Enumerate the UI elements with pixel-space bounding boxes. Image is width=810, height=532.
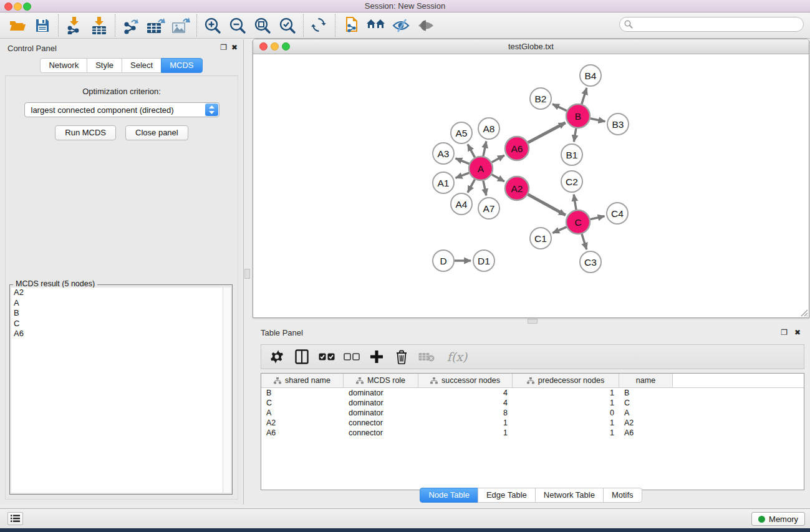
tab-node-table[interactable]: Node Table	[420, 488, 478, 503]
result-item[interactable]: A2	[11, 288, 223, 298]
export-image-icon[interactable]	[168, 15, 193, 36]
node-C[interactable]: C	[566, 210, 590, 234]
table-float-icon[interactable]: ❐	[781, 328, 788, 337]
edge-C-C1[interactable]	[552, 227, 566, 233]
edge-A-A1[interactable]	[456, 173, 470, 178]
network-graph[interactable]: B4B2BB3A8A5A6A3B1AA1C2A2A4A7C4CC1C3DD1	[253, 55, 809, 317]
memory-button[interactable]: Memory	[751, 512, 805, 526]
edge-A-A5[interactable]	[468, 144, 475, 157]
node-A2[interactable]: A2	[505, 177, 529, 200]
tab-network-table[interactable]: Network Table	[535, 488, 604, 503]
node-B[interactable]: B	[566, 104, 590, 128]
import-network-icon[interactable]	[62, 15, 87, 36]
result-item[interactable]: A6	[11, 329, 223, 339]
close-panel-icon[interactable]: ✖	[231, 43, 238, 52]
edge-B-B2[interactable]	[552, 104, 567, 111]
deselect-all-icon[interactable]	[344, 349, 360, 365]
edge-A-A2[interactable]	[492, 175, 504, 181]
tab-motifs[interactable]: Motifs	[603, 488, 642, 503]
task-history-button[interactable]	[7, 512, 23, 525]
node-D[interactable]: D	[433, 250, 454, 271]
edge-C-C3[interactable]	[582, 234, 587, 249]
export-table-icon[interactable]	[143, 15, 168, 36]
refresh-layout-icon[interactable]	[307, 15, 332, 36]
node-D1[interactable]: D1	[473, 250, 494, 271]
column-header-MCDS-role[interactable]: MCDS role	[344, 374, 418, 387]
result-scrollbar[interactable]	[223, 288, 231, 493]
zoom-selected-icon[interactable]	[275, 15, 300, 36]
edge-B-B3[interactable]	[591, 118, 605, 122]
edge-A-A4[interactable]	[468, 180, 475, 193]
tab-edge-table[interactable]: Edge Table	[478, 488, 536, 503]
column-header-shared-name[interactable]: shared name	[261, 374, 344, 387]
edge-A-A7[interactable]	[483, 181, 486, 196]
edge-A2-C[interactable]	[528, 195, 566, 215]
network-window-titlebar[interactable]: testGlobe.txt	[253, 39, 809, 54]
zoom-out-icon[interactable]	[225, 15, 250, 36]
hide-icon[interactable]	[388, 15, 413, 36]
tab-mcds[interactable]: MCDS	[161, 58, 202, 73]
node-B4[interactable]: B4	[580, 65, 601, 86]
edge-C-C2[interactable]	[574, 195, 576, 210]
node-A[interactable]: A	[469, 157, 493, 180]
table-row[interactable]: A2connector11A2	[261, 418, 804, 428]
run-mcds-button[interactable]: Run MCDS	[55, 125, 116, 140]
table-row[interactable]: A6connector11A6	[261, 428, 804, 438]
edge-B-B1[interactable]	[574, 128, 576, 142]
search-input[interactable]	[619, 17, 804, 32]
result-item[interactable]: C	[11, 319, 223, 329]
node-C4[interactable]: C4	[607, 203, 628, 224]
tab-style[interactable]: Style	[87, 58, 122, 73]
result-item[interactable]: A	[11, 298, 223, 309]
node-C1[interactable]: C1	[530, 228, 551, 249]
column-header-successor-nodes[interactable]: successor nodes	[418, 374, 513, 387]
node-A6[interactable]: A6	[505, 137, 529, 160]
zoom-in-icon[interactable]	[200, 15, 225, 36]
table-row[interactable]: Bdominator41B	[261, 388, 804, 398]
network-canvas[interactable]: B4B2BB3A8A5A6A3B1AA1C2A2A4A7C4CC1C3DD1	[253, 55, 809, 317]
node-B1[interactable]: B1	[561, 144, 582, 165]
column-header-name[interactable]: name	[619, 374, 673, 387]
node-A5[interactable]: A5	[451, 122, 472, 143]
export-network-icon[interactable]	[118, 15, 143, 36]
function-builder-icon[interactable]: f(x)	[443, 349, 471, 365]
result-item[interactable]: B	[11, 308, 223, 319]
table-row[interactable]: Adominator80A	[261, 408, 804, 418]
node-table[interactable]: shared nameMCDS rolesuccessor nodesprede…	[261, 373, 804, 490]
import-table-icon[interactable]	[87, 15, 112, 36]
tab-select[interactable]: Select	[122, 58, 162, 73]
close-panel-button[interactable]: Close panel	[125, 125, 188, 140]
edge-C-C4[interactable]	[591, 216, 605, 220]
table-close-icon[interactable]: ✖	[794, 328, 801, 337]
node-C2[interactable]: C2	[561, 171, 582, 192]
table-row[interactable]: Cdominator41C	[261, 398, 804, 408]
column-layout-icon[interactable]	[294, 349, 310, 365]
node-A4[interactable]: A4	[451, 193, 472, 215]
edge-A6-B[interactable]	[528, 123, 566, 143]
edge-B-B4[interactable]	[582, 88, 587, 104]
node-C3[interactable]: C3	[580, 251, 601, 273]
settings-gear-icon[interactable]	[269, 349, 285, 365]
edge-A-A8[interactable]	[483, 142, 486, 157]
home-icon[interactable]	[364, 15, 388, 36]
show-icon[interactable]	[413, 15, 438, 36]
zoom-fit-icon[interactable]	[250, 15, 275, 36]
delete-column-icon[interactable]	[393, 349, 410, 365]
node-A7[interactable]: A7	[478, 198, 499, 219]
horizontal-splitter-grip[interactable]	[528, 319, 538, 324]
open-folder-icon[interactable]	[5, 15, 30, 36]
node-B2[interactable]: B2	[530, 88, 551, 109]
save-icon[interactable]	[30, 15, 55, 36]
node-A3[interactable]: A3	[433, 143, 454, 164]
criterion-select[interactable]: largest connected component (directed)	[24, 102, 219, 117]
select-all-icon[interactable]	[319, 349, 335, 365]
node-A8[interactable]: A8	[478, 118, 499, 139]
add-column-icon[interactable]	[369, 349, 385, 365]
column-header-predecessor-nodes[interactable]: predecessor nodes	[513, 374, 619, 387]
node-B3[interactable]: B3	[607, 114, 629, 135]
node-A1[interactable]: A1	[433, 172, 454, 193]
vertical-splitter-grip[interactable]	[244, 269, 250, 279]
edge-A-A3[interactable]	[455, 158, 469, 164]
open-session-icon[interactable]	[339, 15, 364, 36]
mcds-result-list[interactable]: A2ABCA6	[11, 288, 223, 493]
